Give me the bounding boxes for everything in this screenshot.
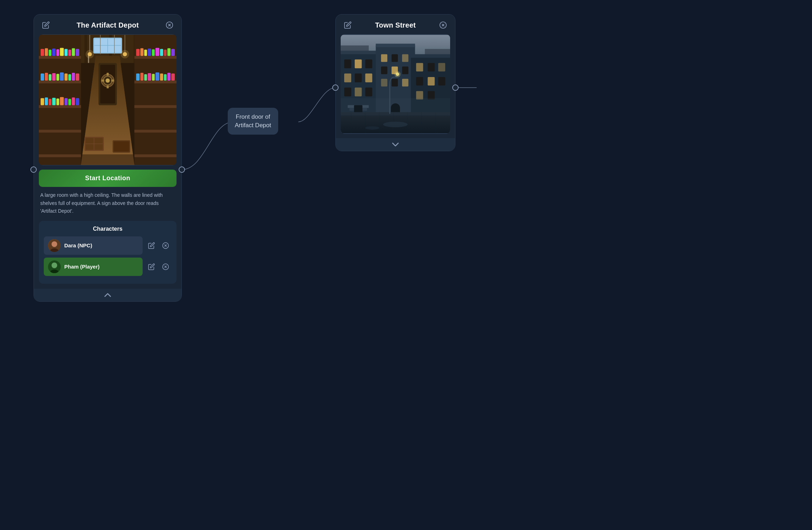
artifact-depot-image-container <box>34 34 181 165</box>
svg-rect-51 <box>135 56 177 59</box>
dara-name: Dara (NPC) <box>64 242 92 248</box>
svg-rect-127 <box>365 59 372 68</box>
svg-rect-42 <box>49 99 52 105</box>
svg-rect-39 <box>76 73 79 81</box>
svg-rect-62 <box>160 49 163 56</box>
edit-town-street-button[interactable] <box>342 19 353 31</box>
town-street-left-connector[interactable] <box>332 84 339 91</box>
svg-rect-66 <box>136 73 140 81</box>
artifact-depot-right-connector[interactable] <box>179 166 185 173</box>
artifact-depot-description: A large room with a high ceiling. The wa… <box>34 191 181 220</box>
edit-artifact-depot-button[interactable] <box>40 19 52 31</box>
svg-rect-31 <box>45 73 48 81</box>
svg-rect-86 <box>111 80 114 82</box>
svg-rect-40 <box>41 98 44 105</box>
svg-rect-35 <box>60 72 64 81</box>
pham-info: Pham (Player) <box>44 258 143 276</box>
svg-rect-59 <box>148 48 151 56</box>
connection-tooltip: Front door of Artifact Depot <box>228 108 278 135</box>
svg-point-174 <box>394 71 401 77</box>
edit-dara-button[interactable] <box>145 240 157 252</box>
svg-rect-63 <box>164 49 167 56</box>
dara-avatar <box>48 239 61 252</box>
svg-rect-48 <box>72 98 75 105</box>
svg-rect-158 <box>438 77 445 86</box>
svg-rect-155 <box>438 63 445 71</box>
svg-rect-18 <box>39 130 81 132</box>
svg-point-175 <box>383 122 408 127</box>
svg-rect-53 <box>135 105 177 108</box>
town-street-card: Town Street <box>335 14 455 151</box>
town-street-footer[interactable] <box>336 138 455 151</box>
svg-rect-26 <box>65 49 68 56</box>
svg-rect-38 <box>72 73 75 81</box>
canvas: The Artifact Depot <box>0 0 812 530</box>
svg-rect-146 <box>402 66 408 74</box>
svg-rect-65 <box>171 49 175 56</box>
artifact-depot-image <box>39 34 177 165</box>
characters-title: Characters <box>44 226 172 232</box>
svg-rect-74 <box>167 73 171 81</box>
svg-rect-144 <box>381 66 387 74</box>
svg-rect-75 <box>171 73 175 81</box>
svg-rect-55 <box>135 154 177 157</box>
svg-rect-30 <box>41 73 44 81</box>
svg-rect-20 <box>41 49 44 56</box>
town-street-header: Town Street <box>336 14 455 34</box>
characters-section: Characters Dara (NPC) <box>39 221 177 284</box>
svg-rect-45 <box>60 97 64 105</box>
svg-rect-60 <box>152 49 155 56</box>
artifact-depot-illustration <box>39 34 177 165</box>
town-street-image-container <box>336 34 455 134</box>
svg-rect-41 <box>45 98 48 105</box>
svg-rect-33 <box>52 73 56 81</box>
svg-rect-61 <box>155 48 159 56</box>
svg-rect-46 <box>65 98 68 105</box>
svg-rect-70 <box>152 74 155 81</box>
svg-rect-153 <box>416 63 423 71</box>
svg-rect-19 <box>39 154 81 157</box>
svg-point-176 <box>365 126 380 130</box>
svg-rect-129 <box>355 73 362 82</box>
town-street-right-connector[interactable] <box>452 84 459 91</box>
svg-rect-84 <box>107 86 109 88</box>
start-location-button[interactable]: Start Location <box>39 170 177 187</box>
svg-rect-52 <box>135 81 177 83</box>
artifact-depot-footer[interactable] <box>34 289 181 301</box>
svg-rect-102 <box>81 154 134 165</box>
svg-rect-71 <box>155 72 159 81</box>
svg-rect-140 <box>376 44 415 47</box>
svg-rect-43 <box>52 98 56 105</box>
svg-point-104 <box>52 241 57 247</box>
svg-rect-49 <box>76 98 79 105</box>
edit-pham-button[interactable] <box>145 261 157 273</box>
svg-rect-141 <box>381 54 387 62</box>
svg-rect-58 <box>144 49 147 56</box>
svg-rect-17 <box>39 105 81 108</box>
remove-pham-button[interactable] <box>160 261 172 273</box>
close-town-street-button[interactable] <box>437 19 449 31</box>
svg-rect-154 <box>428 63 435 71</box>
svg-rect-152 <box>411 54 450 58</box>
svg-rect-130 <box>365 73 372 82</box>
svg-rect-16 <box>39 81 81 83</box>
svg-rect-131 <box>344 88 351 96</box>
remove-dara-button[interactable] <box>160 240 172 252</box>
svg-rect-37 <box>68 74 71 81</box>
svg-point-100 <box>85 50 94 58</box>
svg-rect-64 <box>167 48 171 56</box>
svg-rect-6 <box>84 35 87 63</box>
close-artifact-depot-button[interactable] <box>164 19 175 31</box>
svg-rect-36 <box>65 73 68 81</box>
pham-avatar <box>48 260 61 273</box>
svg-rect-67 <box>141 73 144 81</box>
svg-rect-133 <box>365 88 372 96</box>
svg-rect-21 <box>45 48 48 56</box>
svg-rect-156 <box>416 77 423 86</box>
artifact-depot-left-connector[interactable] <box>30 166 37 173</box>
dara-info: Dara (NPC) <box>44 236 143 255</box>
svg-rect-25 <box>60 48 64 56</box>
svg-rect-132 <box>355 88 362 96</box>
svg-rect-47 <box>68 99 71 105</box>
pham-name: Pham (Player) <box>64 264 100 270</box>
